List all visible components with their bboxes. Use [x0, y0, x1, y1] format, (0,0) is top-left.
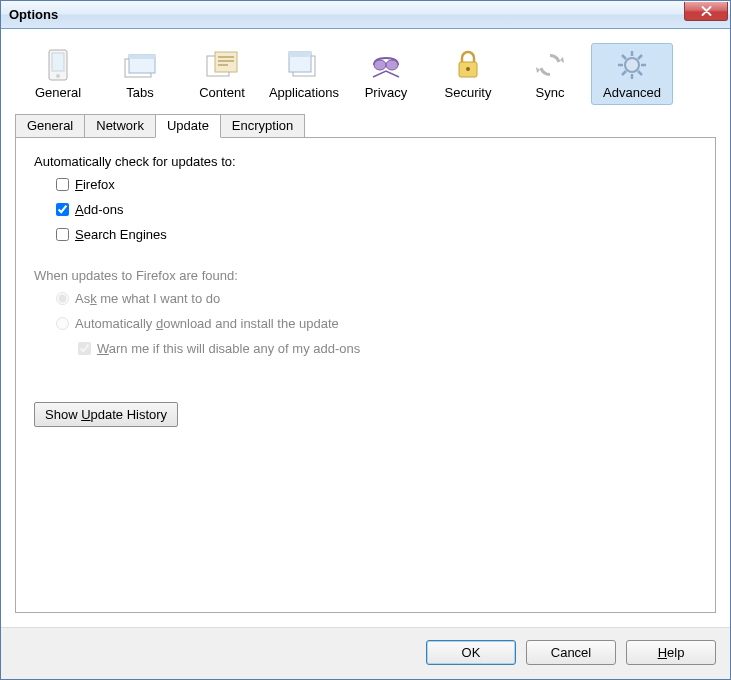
- window-title: Options: [9, 7, 58, 22]
- svg-point-18: [625, 58, 639, 72]
- category-label: Security: [445, 85, 492, 100]
- radio-auto-row: Automatically download and install the u…: [56, 316, 697, 331]
- sync-icon: [532, 48, 568, 82]
- category-label: Advanced: [603, 85, 661, 100]
- category-content[interactable]: Content: [181, 43, 263, 105]
- check-firefox-label: Firefox: [75, 177, 115, 192]
- svg-point-15: [386, 60, 398, 70]
- tabs-icon: [122, 48, 158, 82]
- svg-rect-10: [218, 64, 228, 66]
- svg-point-17: [466, 67, 470, 71]
- radio-ask-row: Ask me what I want to do: [56, 291, 697, 306]
- radio-ask-label: Ask me what I want to do: [75, 291, 220, 306]
- subtab-strip: General Network Update Encryption: [15, 113, 716, 137]
- check-search-label: Search Engines: [75, 227, 167, 242]
- updates-found-section: When updates to Firefox are found: Ask m…: [34, 268, 697, 356]
- svg-line-25: [638, 55, 642, 59]
- check-search-engines[interactable]: [56, 228, 69, 241]
- category-label: General: [35, 85, 81, 100]
- check-firefox[interactable]: [56, 178, 69, 191]
- show-update-history-button[interactable]: Show Update History: [34, 402, 178, 427]
- advanced-panel: General Network Update Encryption Automa…: [15, 113, 716, 613]
- category-general[interactable]: General: [17, 43, 99, 105]
- category-toolbar: General Tabs Content Applications: [11, 39, 720, 107]
- check-warn: [78, 342, 91, 355]
- auto-check-heading: Automatically check for updates to:: [34, 154, 697, 169]
- category-privacy[interactable]: Privacy: [345, 43, 427, 105]
- svg-line-24: [638, 71, 642, 75]
- category-advanced[interactable]: Advanced: [591, 43, 673, 105]
- category-tabs[interactable]: Tabs: [99, 43, 181, 105]
- category-label: Content: [199, 85, 245, 100]
- general-icon: [40, 48, 76, 82]
- security-icon: [450, 48, 486, 82]
- svg-line-26: [622, 71, 626, 75]
- check-firefox-row[interactable]: Firefox: [56, 177, 697, 192]
- check-search-row[interactable]: Search Engines: [56, 227, 697, 242]
- category-sync[interactable]: Sync: [509, 43, 591, 105]
- svg-rect-8: [218, 56, 234, 58]
- category-label: Privacy: [365, 85, 408, 100]
- category-label: Sync: [536, 85, 565, 100]
- titlebar: Options: [1, 1, 730, 29]
- svg-line-23: [622, 55, 626, 59]
- svg-rect-5: [129, 55, 155, 59]
- check-addons-label: Add-ons: [75, 202, 123, 217]
- cancel-button[interactable]: Cancel: [526, 640, 616, 665]
- check-warn-row: Warn me if this will disable any of my a…: [78, 341, 697, 356]
- options-window: Options General Tabs C: [0, 0, 731, 680]
- category-security[interactable]: Security: [427, 43, 509, 105]
- category-applications[interactable]: Applications: [263, 43, 345, 105]
- category-label: Applications: [269, 85, 339, 100]
- advanced-icon: [614, 48, 650, 82]
- svg-point-14: [374, 60, 386, 70]
- subtab-encryption[interactable]: Encryption: [220, 114, 305, 138]
- radio-auto-label: Automatically download and install the u…: [75, 316, 339, 331]
- privacy-icon: [368, 48, 404, 82]
- category-label: Tabs: [126, 85, 153, 100]
- update-tab-body: Automatically check for updates to: Fire…: [15, 137, 716, 613]
- content-area: General Tabs Content Applications: [1, 29, 730, 627]
- help-button[interactable]: Help: [626, 640, 716, 665]
- check-addons-row[interactable]: Add-ons: [56, 202, 697, 217]
- check-addons[interactable]: [56, 203, 69, 216]
- updates-found-heading: When updates to Firefox are found:: [34, 268, 697, 283]
- dialog-button-bar: OK Cancel Help: [1, 627, 730, 679]
- content-icon: [204, 48, 240, 82]
- applications-icon: [286, 48, 322, 82]
- svg-rect-1: [52, 53, 64, 71]
- close-icon: [701, 6, 712, 16]
- radio-ask: [56, 292, 69, 305]
- ok-button[interactable]: OK: [426, 640, 516, 665]
- subtab-general[interactable]: General: [15, 114, 85, 138]
- svg-rect-9: [218, 60, 234, 62]
- subtab-network[interactable]: Network: [84, 114, 156, 138]
- check-warn-label: Warn me if this will disable any of my a…: [97, 341, 360, 356]
- radio-auto: [56, 317, 69, 330]
- subtab-update[interactable]: Update: [155, 114, 221, 138]
- close-button[interactable]: [684, 2, 728, 21]
- svg-rect-13: [289, 52, 311, 57]
- svg-point-2: [56, 74, 60, 78]
